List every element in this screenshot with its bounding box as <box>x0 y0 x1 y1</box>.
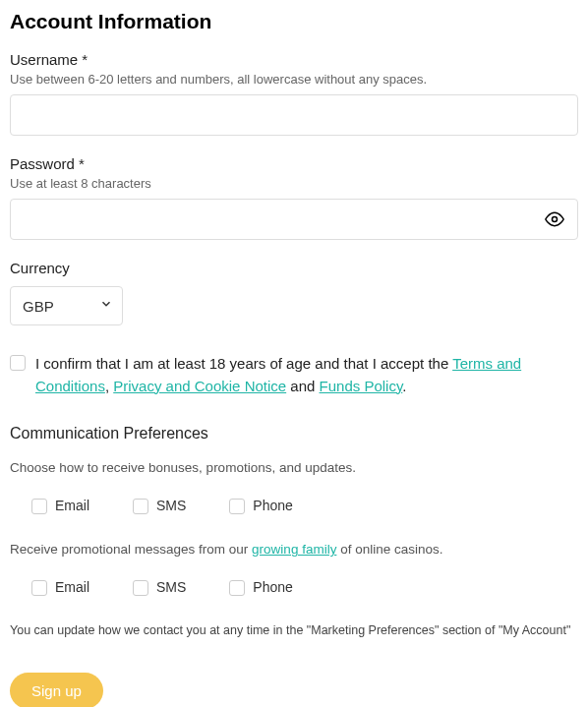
svg-point-0 <box>553 217 558 222</box>
promo-checkbox-row: Email SMS Phone <box>31 578 578 596</box>
bonus-sms-checkbox[interactable] <box>133 499 148 514</box>
promo-sms-label: SMS <box>156 579 186 595</box>
password-label: Password * <box>10 155 578 172</box>
privacy-link[interactable]: Privacy and Cookie Notice <box>113 378 286 394</box>
promo-sms-item: SMS <box>133 578 186 596</box>
signup-button[interactable]: Sign up <box>10 673 103 707</box>
eye-icon[interactable] <box>545 209 564 229</box>
username-group: Username * Use between 6-20 letters and … <box>10 51 578 136</box>
growing-family-link[interactable]: growing family <box>252 542 336 557</box>
promo-sms-checkbox[interactable] <box>133 580 148 596</box>
age-consent-text: I confirm that I am at least 18 years of… <box>35 353 578 397</box>
promo-email-checkbox[interactable] <box>31 580 47 596</box>
username-input[interactable] <box>10 94 578 136</box>
age-consent-checkbox[interactable] <box>10 355 26 371</box>
section-heading: Account Information <box>10 10 578 33</box>
footnote-text: You can update how we contact you at any… <box>10 623 578 637</box>
currency-label: Currency <box>10 260 578 276</box>
password-hint: Use at least 8 characters <box>10 176 578 191</box>
promo-text: Receive promotional messages from our gr… <box>10 542 578 557</box>
password-group: Password * Use at least 8 characters <box>10 155 578 240</box>
age-consent-row: I confirm that I am at least 18 years of… <box>10 353 578 397</box>
comm-prefs-hint: Choose how to receive bonuses, promotion… <box>10 460 578 475</box>
currency-value: GBP <box>23 298 54 315</box>
promo-email-label: Email <box>55 579 89 595</box>
currency-group: Currency GBP <box>10 260 578 325</box>
promo-email-item: Email <box>31 578 89 596</box>
bonus-phone-item: Phone <box>229 497 292 514</box>
bonus-email-item: Email <box>31 497 89 514</box>
promo-phone-item: Phone <box>229 578 292 596</box>
bonus-phone-checkbox[interactable] <box>229 499 245 514</box>
comm-prefs-title: Communication Preferences <box>10 425 578 442</box>
username-label: Username * <box>10 51 578 68</box>
bonus-checkbox-row: Email SMS Phone <box>31 497 578 514</box>
bonus-sms-item: SMS <box>133 497 186 514</box>
promo-phone-label: Phone <box>253 579 292 595</box>
currency-select[interactable]: GBP <box>10 286 123 325</box>
bonus-email-checkbox[interactable] <box>31 499 47 514</box>
funds-link[interactable]: Funds Policy <box>320 378 403 394</box>
bonus-sms-label: SMS <box>156 498 186 513</box>
username-hint: Use between 6-20 letters and numbers, al… <box>10 72 578 87</box>
password-input[interactable] <box>10 199 578 240</box>
promo-phone-checkbox[interactable] <box>229 580 245 596</box>
bonus-phone-label: Phone <box>253 498 292 513</box>
bonus-email-label: Email <box>55 498 89 513</box>
